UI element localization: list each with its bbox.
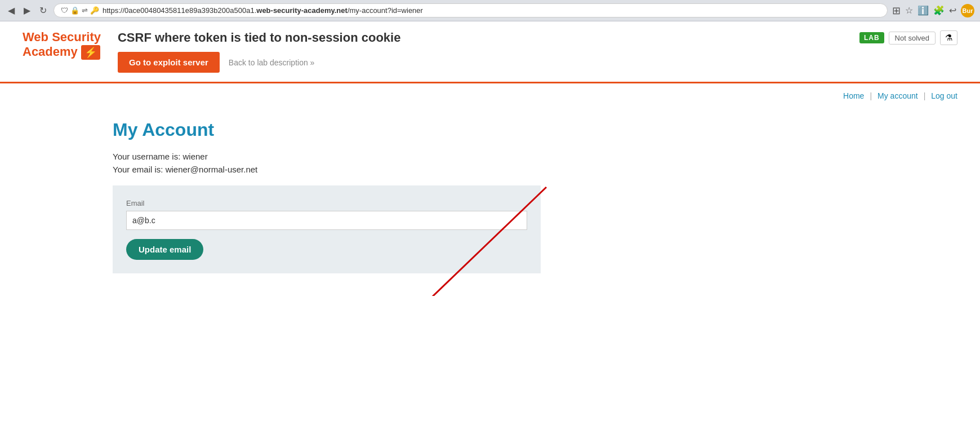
home-link[interactable]: Home: [843, 91, 864, 100]
separator2: |: [924, 91, 926, 100]
exploit-server-button[interactable]: Go to exploit server: [118, 52, 220, 73]
main-content: My Account Your username is: wiener Your…: [0, 108, 980, 296]
browser-toolbar: ⊞ ☆ ℹ️ 🧩 ↩ Bur: [892, 4, 974, 17]
forward-button[interactable]: ▶: [21, 4, 33, 17]
header-actions: Go to exploit server Back to lab descrip…: [118, 52, 843, 73]
address-bar[interactable]: 🛡 🔒 ⇌ 🔑 https://0ace00480435811e89a393b2…: [54, 3, 888, 17]
site-header: Web Security Academy ⚡ CSRF where token …: [0, 21, 980, 83]
email-label: Email: [126, 199, 527, 207]
browser-chrome: ◀ ▶ ↻ 🛡 🔒 ⇌ 🔑 https://0ace00480435811e89…: [0, 0, 980, 21]
avatar[interactable]: Bur: [961, 4, 974, 17]
logo-text-line1: Web Security: [23, 30, 101, 44]
page-navigation: Home | My account | Log out: [0, 83, 980, 108]
my-account-link[interactable]: My account: [877, 91, 918, 100]
header-center: CSRF where token is tied to non-session …: [118, 30, 843, 73]
email-form-panel: Email Update email: [113, 185, 541, 273]
lab-badge: LAB: [859, 32, 884, 43]
qr-icon[interactable]: ⊞: [892, 5, 901, 17]
back-button[interactable]: ◀: [6, 4, 17, 17]
user-info: Your username is: wiener Your email is: …: [113, 152, 867, 174]
shield-icon: 🛡: [61, 6, 68, 15]
lab-status: Not solved: [889, 32, 936, 45]
username-text: Your username is: wiener: [113, 152, 867, 161]
log-out-link[interactable]: Log out: [931, 91, 957, 100]
lab-title: CSRF where token is tied to non-session …: [118, 30, 843, 45]
flask-button[interactable]: ⚗: [940, 30, 957, 45]
update-email-button[interactable]: Update email: [126, 239, 203, 260]
lab-desc-link[interactable]: Back to lab description »: [229, 58, 315, 67]
logo-text-line2: Academy: [23, 45, 78, 59]
logo-badge: ⚡: [81, 45, 100, 60]
email-input[interactable]: [126, 211, 527, 230]
reload-button[interactable]: ↻: [37, 4, 49, 17]
connection-icon: ⇌: [82, 6, 88, 15]
extension-icon1[interactable]: ℹ️: [917, 5, 929, 16]
page-heading: My Account: [113, 119, 867, 140]
security-icons: 🛡 🔒 ⇌ 🔑: [61, 6, 99, 15]
lock-icon: 🔒: [70, 6, 79, 15]
undo-icon[interactable]: ↩: [949, 5, 956, 16]
logo: Web Security Academy ⚡: [23, 30, 101, 60]
url-display: https://0ace00480435811e89a393b200a500a1…: [103, 6, 880, 15]
header-right: LAB Not solved ⚗: [859, 30, 957, 45]
key-icon: 🔑: [90, 6, 99, 15]
email-text: Your email is: wiener@normal-user.net: [113, 165, 867, 174]
extension-icon2[interactable]: 🧩: [933, 5, 945, 16]
separator1: |: [870, 91, 872, 100]
bookmark-icon[interactable]: ☆: [905, 5, 913, 16]
